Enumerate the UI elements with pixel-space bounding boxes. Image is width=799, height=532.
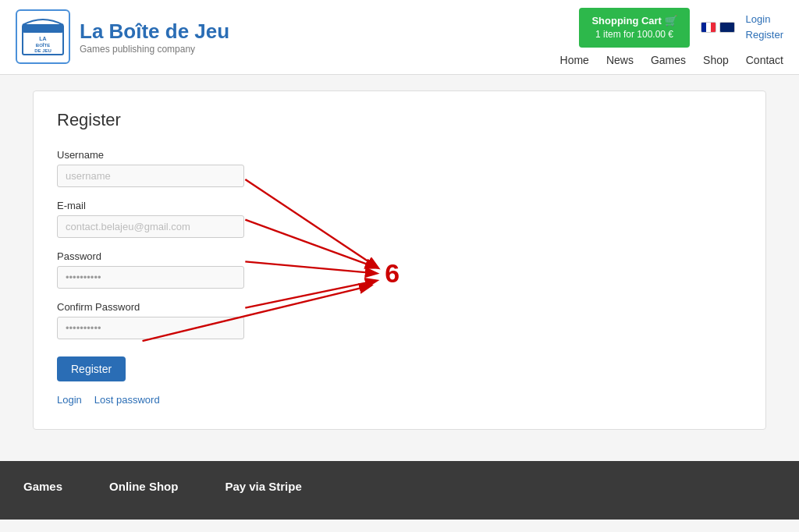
header-top-right: Shopping Cart 🛒 1 item for 100.00 € Logi… — [579, 8, 783, 48]
logo-subtitle: Games publishing company — [80, 44, 229, 55]
confirm-password-label: Confirm Password — [57, 301, 742, 313]
svg-text:BOÎTE: BOÎTE — [36, 42, 50, 48]
register-section: Register Username E-mail Password Confir… — [33, 90, 766, 430]
confirm-password-group: Confirm Password — [57, 301, 742, 339]
lost-password-link[interactable]: Lost password — [94, 394, 160, 406]
username-group: Username — [57, 149, 742, 187]
footer-col-stripe: Pay via Stripe — [225, 480, 301, 501]
svg-text:DE JEU: DE JEU — [34, 48, 51, 53]
flag-fr[interactable] — [701, 22, 716, 33]
nav-home[interactable]: Home — [560, 54, 589, 66]
confirm-password-input[interactable] — [57, 317, 244, 339]
password-label: Password — [57, 250, 742, 262]
shopping-cart-button[interactable]: Shopping Cart 🛒 1 item for 100.00 € — [579, 8, 689, 48]
page-title: Register — [57, 110, 742, 130]
footer-games-title: Games — [23, 480, 62, 493]
nav-contact[interactable]: Contact — [746, 54, 783, 66]
main-nav: Home News Games Shop Contact — [560, 54, 783, 66]
nav-shop[interactable]: Shop — [703, 54, 729, 66]
username-label: Username — [57, 149, 742, 161]
email-group: E-mail — [57, 200, 742, 238]
nav-news[interactable]: News — [606, 54, 634, 66]
logo-box: LA BOÎTE DE JEU — [16, 9, 70, 64]
footer-col-games: Games — [23, 480, 62, 501]
nav-games[interactable]: Games — [651, 54, 686, 66]
footer-inner: Games Online Shop Pay via Stripe — [23, 480, 776, 501]
email-input[interactable] — [57, 215, 244, 238]
logo-area: LA BOÎTE DE JEU La Boîte de Jeu Games pu… — [16, 9, 229, 64]
language-selector[interactable] — [701, 22, 735, 33]
svg-text:LA: LA — [39, 36, 46, 41]
form-links: Login Lost password — [57, 394, 742, 406]
logo-icon: LA BOÎTE DE JEU — [20, 12, 66, 62]
logo-text: La Boîte de Jeu Games publishing company — [80, 20, 229, 55]
register-link-header[interactable]: Register — [746, 27, 783, 44]
password-group: Password — [57, 250, 742, 289]
footer-stripe-title: Pay via Stripe — [225, 480, 301, 493]
email-label: E-mail — [57, 200, 742, 211]
cart-label: Shopping Cart 🛒 — [591, 14, 676, 28]
cart-info: 1 item for 100.00 € — [595, 28, 673, 41]
login-link-header[interactable]: Login — [746, 12, 771, 28]
password-input[interactable] — [57, 266, 244, 289]
logo-title: La Boîte de Jeu — [80, 20, 229, 44]
login-register-links: Login Register — [746, 12, 783, 44]
footer-col-shop: Online Shop — [109, 480, 178, 501]
svg-rect-1 — [23, 25, 63, 33]
register-button[interactable]: Register — [57, 356, 126, 381]
footer-shop-title: Online Shop — [109, 480, 178, 493]
login-link[interactable]: Login — [57, 394, 82, 406]
header-right: Shopping Cart 🛒 1 item for 100.00 € Logi… — [560, 8, 783, 66]
header: LA BOÎTE DE JEU La Boîte de Jeu Games pu… — [0, 0, 799, 75]
footer: Games Online Shop Pay via Stripe — [0, 461, 799, 520]
username-input[interactable] — [57, 165, 244, 187]
flag-uk[interactable] — [719, 22, 735, 33]
main-wrapper: Register Username E-mail Password Confir… — [17, 75, 782, 461]
